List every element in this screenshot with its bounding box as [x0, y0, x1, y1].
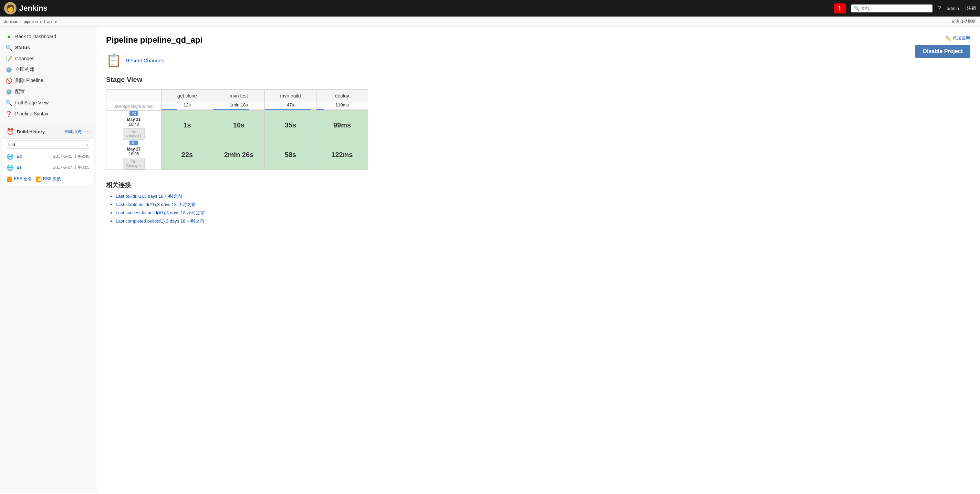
main-layout: ▲ Back to Dashboard 🔍 Status 📝 Changes ⚙…: [0, 27, 980, 493]
build-2-info-cell: #2 May 31 10:48 NoChanges: [107, 111, 162, 140]
recent-changes-icon: 📋: [106, 53, 122, 67]
related-link-2[interactable]: Last stable build(#1),3 days 18 小时之前: [116, 202, 196, 207]
recent-changes-section: 📋 Recent Changes: [106, 53, 970, 67]
table-row-build-2: #2 May 31 10:48 NoChanges 1s 10s 35s 99m…: [107, 111, 368, 140]
rss-all-icon: 📶: [6, 176, 13, 182]
build-1-date: 2017-5-27 上午8:05: [53, 165, 89, 171]
build-search-input[interactable]: [6, 140, 90, 149]
rss-fail-label: RSS 失败: [43, 176, 61, 182]
build-1-link[interactable]: #1: [17, 165, 22, 170]
breadcrumb-jenkins[interactable]: Jenkins: [4, 19, 18, 24]
pipeline-syntax-icon: ❓: [5, 110, 13, 117]
build-history-icon: ⏰: [6, 128, 14, 135]
build-item-2: 🌐 #2 2017-5-31 上午2:48: [3, 151, 93, 162]
sidebar-item-delete-pipeline[interactable]: 🚫 删除 Pipeline: [3, 75, 93, 86]
build-1-mvn-build-result: 58s: [265, 140, 317, 170]
disable-project-button[interactable]: Disable Project: [915, 45, 970, 58]
jenkins-avatar: 🧑: [4, 2, 16, 14]
related-link-item-4: Last completed build(#1),3 days 18 小时之前: [116, 218, 970, 224]
build-history-link[interactable]: 构建历史: [65, 129, 81, 135]
avg-time-mvn-test: 1min 18s: [213, 102, 265, 111]
related-link-item-3: Last successful build(#1),3 days 18 小时之前: [116, 210, 970, 216]
build-1-date-display: May 27: [107, 147, 161, 151]
sidebar-item-back-to-dashboard[interactable]: ▲ Back to Dashboard: [3, 31, 93, 42]
sidebar-label-status: Status: [15, 45, 30, 50]
sidebar-item-status[interactable]: 🔍 Status: [3, 42, 93, 53]
build-2-get-clone-result: 1s: [162, 111, 213, 140]
help-icon[interactable]: ?: [938, 5, 942, 12]
build-history-dash[interactable]: —: [84, 129, 89, 135]
user-name: admin: [947, 6, 959, 11]
build-1-tag: #1: [129, 140, 138, 145]
breadcrumb: Jenkins › pipeline_qd_api ▶ 允许自动刷新: [0, 16, 980, 27]
build-1-no-changes-btn[interactable]: NoChanges: [123, 158, 144, 169]
sidebar-item-build-now[interactable]: ⚙️ 立即构建: [3, 64, 93, 75]
jenkins-logo[interactable]: 🧑 Jenkins: [4, 2, 48, 14]
sidebar-item-changes[interactable]: 📝 Changes: [3, 53, 93, 64]
build-history-header: ⏰ Build History 构建历史 —: [3, 125, 93, 139]
build-history-panel: ⏰ Build History 构建历史 — × 🌐 #2 2017-5-31 …: [3, 125, 93, 185]
notification-badge[interactable]: 1: [834, 3, 846, 13]
build-now-icon: ⚙️: [5, 66, 13, 73]
app-header: 🧑 Jenkins 1 🔍 ? admin | 注销: [0, 0, 980, 16]
add-description-link[interactable]: ✏️ 添加说明: [945, 35, 970, 41]
page-title: Pipeline pipeline_qd_api: [106, 35, 970, 45]
sidebar-label-pipeline-syntax: Pipeline Syntax: [15, 111, 49, 116]
search-icon: 🔍: [854, 6, 859, 11]
build-search: ×: [3, 139, 93, 151]
build-history-title: Build History: [17, 129, 62, 134]
configure-icon: ⚙️: [5, 88, 13, 95]
build-item-1: 🌐 #1 2017-5-27 上午8:05: [3, 162, 93, 173]
avg-times-row: Average stage times: 12s 1min 18s 47s: [107, 102, 368, 111]
build-2-time-display: 10:48: [107, 122, 161, 127]
build-search-clear[interactable]: ×: [85, 142, 88, 147]
sidebar-item-configure[interactable]: ⚙️ 配置: [3, 86, 93, 97]
recent-changes-link[interactable]: Recent Changes: [126, 57, 164, 64]
table-row-build-1: #1 May 27 16:05 NoChanges 22s 2min 26s 5…: [107, 140, 368, 170]
status-icon: 🔍: [5, 44, 13, 51]
build-1-status-icon: 🌐: [6, 164, 13, 171]
stage-col-mvn-test: mvn test: [213, 89, 265, 102]
breadcrumb-arrow: ▶: [55, 20, 57, 24]
build-2-mvn-build-result: 35s: [265, 111, 317, 140]
search-input[interactable]: [861, 6, 930, 11]
build-2-tag: #2: [129, 111, 138, 116]
avg-time-label: Average stage times:: [107, 102, 162, 111]
arrow-up-icon: ▲: [5, 33, 13, 40]
autorefresh-link[interactable]: 允许自动刷新: [951, 19, 976, 24]
delete-icon: 🚫: [5, 77, 13, 84]
build-2-status-icon: 🌐: [6, 153, 13, 160]
rss-fail-link[interactable]: 📶 RSS 失败: [36, 176, 61, 182]
related-link-3[interactable]: Last successful build(#1),3 days 18 小时之前: [116, 210, 205, 215]
full-stage-icon: 🔍: [5, 99, 13, 106]
related-link-item-1: Last build(#1),3 days 18 小时之前: [116, 193, 970, 199]
related-links-list: Last build(#1),3 days 18 小时之前 Last stabl…: [106, 193, 970, 224]
main-content: Pipeline pipeline_qd_api ✏️ 添加说明 Disable…: [96, 27, 980, 493]
sidebar-label-delete-pipeline: 删除 Pipeline: [15, 78, 43, 84]
sidebar-label-full-stage-view: Full Stage View: [15, 100, 49, 105]
sidebar-item-full-stage-view[interactable]: 🔍 Full Stage View: [3, 97, 93, 108]
build-1-deploy-result: 122ms: [317, 140, 368, 170]
sidebar-item-pipeline-syntax[interactable]: ❓ Pipeline Syntax: [3, 108, 93, 119]
changes-icon: 📝: [5, 55, 13, 62]
sidebar-label-back-to-dashboard: Back to Dashboard: [15, 34, 56, 39]
breadcrumb-pipeline[interactable]: pipeline_qd_api: [24, 19, 52, 24]
build-2-no-changes-btn[interactable]: NoChanges: [123, 128, 144, 140]
stage-col-deploy: deploy: [317, 89, 368, 102]
stage-table: get clone mvn test mvn build deploy Aver…: [106, 89, 368, 170]
related-link-1[interactable]: Last build(#1),3 days 18 小时之前: [116, 194, 183, 199]
top-right-actions: ✏️ 添加说明 Disable Project: [915, 35, 970, 58]
related-link-4[interactable]: Last completed build(#1),3 days 18 小时之前: [116, 218, 205, 223]
related-links-title: 相关连接: [106, 181, 970, 189]
logout-button[interactable]: | 注销: [964, 5, 976, 11]
build-1-info-cell: #1 May 27 16:05 NoChanges: [107, 140, 162, 170]
build-1-get-clone-result: 22s: [162, 140, 213, 170]
avg-time-deploy: 110ms: [317, 102, 368, 111]
build-2-date-display: May 31: [107, 117, 161, 122]
build-2-link[interactable]: #2: [17, 154, 22, 159]
rss-all-link[interactable]: 📶 RSS 全部: [6, 176, 32, 182]
stage-col-get-clone: get clone: [162, 89, 213, 102]
edit-icon: ✏️: [945, 36, 951, 41]
sidebar-label-configure: 配置: [15, 89, 25, 95]
rss-all-label: RSS 全部: [14, 176, 32, 182]
